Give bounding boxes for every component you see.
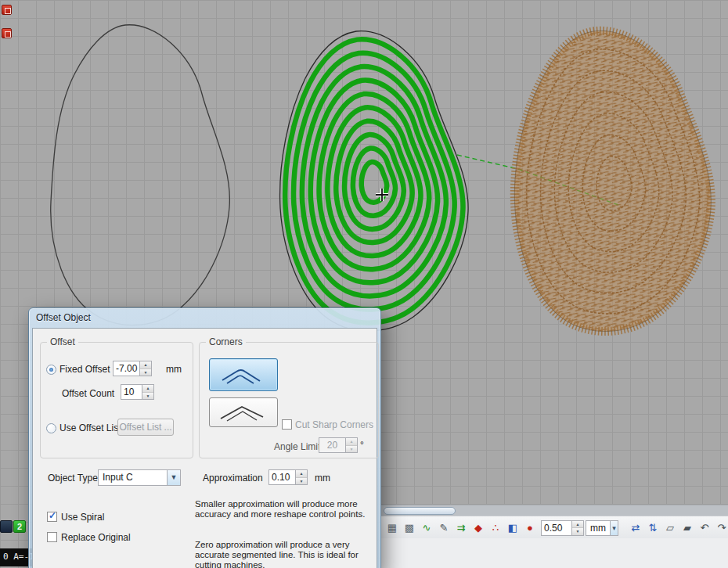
- dialog-title: Offset Object: [36, 312, 91, 323]
- layer-badge-green[interactable]: 2: [13, 520, 26, 533]
- corners-group: Corners Cut Sharp Corners Angle Limit 20…: [199, 342, 379, 458]
- scrollbar-thumb[interactable]: [384, 507, 456, 515]
- fixed-offset-label: Fixed Offset: [59, 364, 110, 375]
- offset-count-value[interactable]: 10: [121, 385, 142, 399]
- corners-group-legend: Corners: [206, 336, 246, 347]
- offset-list-button[interactable]: Offset List ...: [117, 419, 174, 436]
- angle-limit-value: 20: [319, 438, 345, 452]
- replace-original-label: Replace Original: [61, 532, 131, 543]
- approximation-unit: mm: [315, 473, 330, 484]
- corner-style-round-button[interactable]: [209, 358, 278, 391]
- blue-block-icon[interactable]: ◧: [505, 520, 521, 536]
- angle-limit-label: Angle Limit: [274, 441, 320, 452]
- rounded-corner-icon: [216, 363, 271, 386]
- spin-up-icon: ▲: [142, 385, 153, 393]
- curve-icon[interactable]: ∿: [419, 520, 434, 536]
- grid-icon[interactable]: ▦: [384, 520, 400, 536]
- outline-shape[interactable]: [51, 25, 230, 325]
- spin-up-icon: ▲: [140, 361, 151, 369]
- rotate-left-icon[interactable]: ↶: [697, 520, 712, 536]
- spin-down-icon: ▼: [142, 393, 153, 400]
- spin-up-icon: ▲: [296, 470, 307, 478]
- green-arrows-icon[interactable]: ⇉: [453, 520, 469, 536]
- docked-tool-icon-2[interactable]: [2, 28, 12, 38]
- fixed-offset-value[interactable]: -7.00: [114, 361, 139, 376]
- red-dot-icon[interactable]: ●: [522, 520, 538, 536]
- cut-sharp-corners-checkbox[interactable]: [282, 419, 292, 430]
- pattern-fill-icon[interactable]: ▩: [402, 520, 417, 536]
- reshape-icon[interactable]: ✎: [436, 520, 452, 536]
- offset-count-label: Offset Count: [62, 388, 114, 399]
- angle-limit-unit: °: [360, 440, 364, 451]
- spin-down-icon: ▼: [346, 446, 357, 453]
- replace-original-checkbox[interactable]: [47, 532, 57, 542]
- object-type-label: Object Type: [48, 473, 98, 484]
- offset-count-spinner[interactable]: 10 ▲▼: [121, 384, 154, 400]
- approximation-spinner[interactable]: 0.10 ▲▼: [268, 469, 308, 485]
- corner-style-sharp-button[interactable]: [209, 397, 278, 427]
- approximation-help-text-1: Smaller approximation will produce more …: [195, 499, 373, 519]
- dialog-titlebar[interactable]: Offset Object: [29, 308, 380, 327]
- stitch-value[interactable]: 0.50: [542, 521, 571, 535]
- mirror-horizontal-icon[interactable]: ⇄: [628, 520, 643, 536]
- object-type-combo[interactable]: Input C ▼: [98, 469, 181, 486]
- spin-down-icon: ▼: [296, 478, 307, 485]
- stitch-marks-icon[interactable]: ∴: [488, 520, 503, 536]
- unit-combo-value: mm: [586, 521, 610, 535]
- dialog-content: Offset Fixed Offset -7.00 ▲▼ mm Offset C…: [32, 328, 377, 568]
- fixed-offset-spinner[interactable]: -7.00 ▲▼: [113, 361, 152, 376]
- use-offset-list-label: Use Offset List: [59, 422, 121, 433]
- use-spiral-checkbox[interactable]: [47, 512, 57, 522]
- mirror-vertical-icon[interactable]: ⇅: [645, 520, 661, 536]
- layer-badge-dark[interactable]: [0, 520, 13, 533]
- chevron-down-icon[interactable]: ▾: [610, 521, 618, 535]
- approximation-help-text-2: Zero approximation will produce a very a…: [195, 540, 373, 568]
- approximation-label: Approximation: [203, 473, 263, 484]
- fixed-offset-radio[interactable]: [46, 365, 56, 375]
- spin-down-icon: ▼: [140, 369, 151, 376]
- use-spiral-label: Use Spiral: [61, 512, 104, 523]
- skew-vertical-icon[interactable]: ▰: [679, 520, 695, 536]
- skew-horizontal-icon[interactable]: ▱: [662, 520, 678, 536]
- docked-tool-icon-1[interactable]: [2, 5, 12, 15]
- window-lower-strip: [381, 538, 728, 568]
- cut-sharp-corners-label: Cut Sharp Corners: [295, 419, 373, 430]
- rotate-right-icon[interactable]: ↷: [714, 520, 728, 536]
- chevron-down-icon[interactable]: ▼: [167, 470, 180, 485]
- object-type-value: Input C: [99, 470, 167, 485]
- angle-limit-spinner[interactable]: 20 ▲▼: [319, 437, 358, 453]
- offset-group: Offset Fixed Offset -7.00 ▲▼ mm Offset C…: [40, 342, 193, 458]
- app-window: { "dialog": { "title": "Offset Object", …: [0, 0, 728, 568]
- spin-down-icon: ▼: [572, 528, 583, 535]
- offset-group-legend: Offset: [47, 336, 78, 347]
- unit-combo[interactable]: mm ▾: [586, 520, 618, 536]
- sharp-corner-icon: [216, 401, 271, 423]
- spiral-offset-shape[interactable]: [280, 31, 469, 331]
- stitch-value-spinner[interactable]: 0.50 ▲▼: [541, 520, 584, 536]
- fixed-offset-unit: mm: [166, 364, 182, 375]
- spin-up-icon: ▲: [572, 521, 583, 529]
- bottom-toolbar: ▦▩∿✎⇉◆∴◧● 0.50 ▲▼ mm ▾ ⇄⇅▱▰↶↷: [381, 516, 728, 539]
- approximation-value[interactable]: 0.10: [269, 470, 295, 484]
- offset-object-dialog: Offset Object Offset Fixed Offset -7.00 …: [28, 307, 381, 568]
- spin-up-icon: ▲: [346, 438, 357, 446]
- use-offset-list-radio[interactable]: [46, 423, 56, 433]
- horizontal-scrollbar[interactable]: [381, 505, 728, 516]
- stitched-shape[interactable]: [514, 31, 711, 331]
- red-node-icon[interactable]: ◆: [470, 520, 486, 536]
